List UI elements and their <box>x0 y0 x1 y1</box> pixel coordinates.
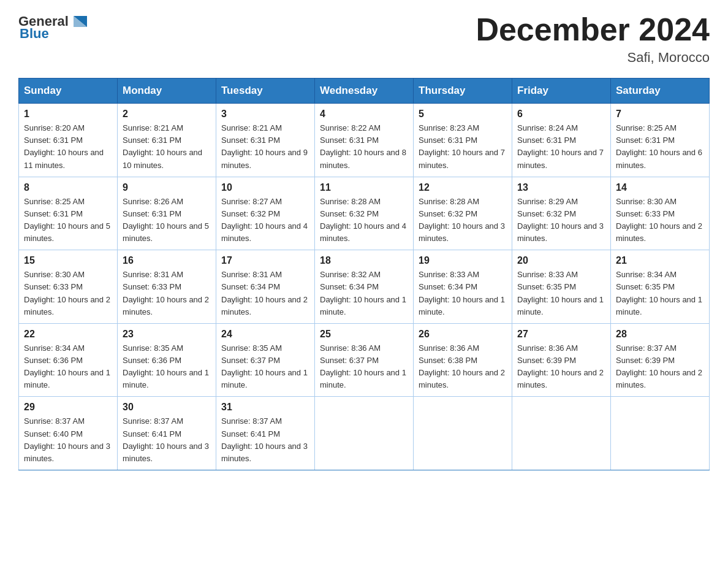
calendar-day-cell <box>611 397 710 470</box>
day-number: 4 <box>320 109 408 120</box>
day-info: Sunrise: 8:25 AMSunset: 6:31 PMDaylight:… <box>616 123 702 169</box>
day-info: Sunrise: 8:28 AMSunset: 6:32 PMDaylight:… <box>419 197 505 243</box>
day-number: 5 <box>419 109 507 120</box>
day-info: Sunrise: 8:21 AMSunset: 6:31 PMDaylight:… <box>221 123 308 169</box>
calendar-day-cell: 26 Sunrise: 8:36 AMSunset: 6:38 PMDaylig… <box>414 323 512 397</box>
calendar-week-row: 8 Sunrise: 8:25 AMSunset: 6:31 PMDayligh… <box>19 177 710 250</box>
day-info: Sunrise: 8:37 AMSunset: 6:41 PMDaylight:… <box>221 416 308 462</box>
day-info: Sunrise: 8:33 AMSunset: 6:34 PMDaylight:… <box>419 270 505 316</box>
day-info: Sunrise: 8:29 AMSunset: 6:32 PMDaylight:… <box>517 197 604 243</box>
day-number: 27 <box>517 329 605 340</box>
calendar-day-cell: 9 Sunrise: 8:26 AMSunset: 6:31 PMDayligh… <box>118 177 216 250</box>
calendar-day-cell: 14 Sunrise: 8:30 AMSunset: 6:33 PMDaylig… <box>611 177 710 250</box>
day-number: 11 <box>320 182 408 193</box>
header-tuesday: Tuesday <box>216 79 315 104</box>
day-info: Sunrise: 8:23 AMSunset: 6:31 PMDaylight:… <box>419 123 505 169</box>
day-number: 30 <box>123 402 211 413</box>
logo: General Blue <box>18 12 89 42</box>
day-number: 28 <box>616 329 704 340</box>
day-info: Sunrise: 8:36 AMSunset: 6:39 PMDaylight:… <box>517 343 604 389</box>
header-thursday: Thursday <box>414 79 512 104</box>
day-info: Sunrise: 8:34 AMSunset: 6:36 PMDaylight:… <box>24 343 110 389</box>
calendar-subtitle: Safi, Morocco <box>476 50 710 66</box>
header-sunday: Sunday <box>19 79 118 104</box>
day-number: 17 <box>221 255 309 266</box>
day-number: 12 <box>419 182 507 193</box>
calendar-day-cell: 18 Sunrise: 8:32 AMSunset: 6:34 PMDaylig… <box>315 250 414 324</box>
calendar-day-cell <box>315 397 414 470</box>
calendar-week-row: 29 Sunrise: 8:37 AMSunset: 6:40 PMDaylig… <box>19 397 710 470</box>
day-number: 20 <box>517 255 605 266</box>
day-info: Sunrise: 8:22 AMSunset: 6:31 PMDaylight:… <box>320 123 406 169</box>
day-info: Sunrise: 8:36 AMSunset: 6:38 PMDaylight:… <box>419 343 505 389</box>
day-number: 2 <box>123 109 211 120</box>
logo-triangle-icon <box>71 12 89 31</box>
day-number: 21 <box>616 255 704 266</box>
calendar-day-cell: 10 Sunrise: 8:27 AMSunset: 6:32 PMDaylig… <box>216 177 315 250</box>
day-info: Sunrise: 8:37 AMSunset: 6:40 PMDaylight:… <box>24 416 110 462</box>
day-info: Sunrise: 8:35 AMSunset: 6:37 PMDaylight:… <box>221 343 308 389</box>
calendar-day-cell: 16 Sunrise: 8:31 AMSunset: 6:33 PMDaylig… <box>118 250 216 324</box>
calendar-day-cell: 5 Sunrise: 8:23 AMSunset: 6:31 PMDayligh… <box>414 104 512 177</box>
page-header: General Blue December 2024 Safi, Morocco <box>18 12 710 66</box>
calendar-day-cell: 12 Sunrise: 8:28 AMSunset: 6:32 PMDaylig… <box>414 177 512 250</box>
calendar-day-cell: 1 Sunrise: 8:20 AMSunset: 6:31 PMDayligh… <box>19 104 118 177</box>
day-info: Sunrise: 8:30 AMSunset: 6:33 PMDaylight:… <box>24 270 110 316</box>
calendar-day-cell: 28 Sunrise: 8:37 AMSunset: 6:39 PMDaylig… <box>611 323 710 397</box>
calendar-day-cell: 2 Sunrise: 8:21 AMSunset: 6:31 PMDayligh… <box>118 104 216 177</box>
day-number: 24 <box>221 329 309 340</box>
calendar-day-cell: 17 Sunrise: 8:31 AMSunset: 6:34 PMDaylig… <box>216 250 315 324</box>
calendar-day-cell: 23 Sunrise: 8:35 AMSunset: 6:36 PMDaylig… <box>118 323 216 397</box>
calendar-day-cell <box>414 397 512 470</box>
day-number: 3 <box>221 109 309 120</box>
day-info: Sunrise: 8:21 AMSunset: 6:31 PMDaylight:… <box>123 123 202 169</box>
calendar-day-cell: 20 Sunrise: 8:33 AMSunset: 6:35 PMDaylig… <box>512 250 611 324</box>
day-number: 18 <box>320 255 408 266</box>
calendar-day-cell: 27 Sunrise: 8:36 AMSunset: 6:39 PMDaylig… <box>512 323 611 397</box>
day-number: 10 <box>221 182 309 193</box>
calendar-day-cell: 7 Sunrise: 8:25 AMSunset: 6:31 PMDayligh… <box>611 104 710 177</box>
day-info: Sunrise: 8:27 AMSunset: 6:32 PMDaylight:… <box>221 197 308 243</box>
day-number: 26 <box>419 329 507 340</box>
calendar-day-cell: 30 Sunrise: 8:37 AMSunset: 6:41 PMDaylig… <box>118 397 216 470</box>
day-info: Sunrise: 8:35 AMSunset: 6:36 PMDaylight:… <box>123 343 209 389</box>
day-info: Sunrise: 8:31 AMSunset: 6:33 PMDaylight:… <box>123 270 209 316</box>
day-number: 31 <box>221 402 309 413</box>
calendar-week-row: 1 Sunrise: 8:20 AMSunset: 6:31 PMDayligh… <box>19 104 710 177</box>
day-info: Sunrise: 8:33 AMSunset: 6:35 PMDaylight:… <box>517 270 604 316</box>
calendar-day-cell: 29 Sunrise: 8:37 AMSunset: 6:40 PMDaylig… <box>19 397 118 470</box>
day-info: Sunrise: 8:36 AMSunset: 6:37 PMDaylight:… <box>320 343 406 389</box>
day-info: Sunrise: 8:20 AMSunset: 6:31 PMDaylight:… <box>24 123 104 169</box>
day-number: 1 <box>24 109 112 120</box>
calendar-day-cell: 15 Sunrise: 8:30 AMSunset: 6:33 PMDaylig… <box>19 250 118 324</box>
calendar-day-cell: 4 Sunrise: 8:22 AMSunset: 6:31 PMDayligh… <box>315 104 414 177</box>
day-info: Sunrise: 8:37 AMSunset: 6:41 PMDaylight:… <box>123 416 209 462</box>
calendar-header-row: Sunday Monday Tuesday Wednesday Thursday… <box>19 79 710 104</box>
calendar-day-cell: 6 Sunrise: 8:24 AMSunset: 6:31 PMDayligh… <box>512 104 611 177</box>
day-number: 22 <box>24 329 112 340</box>
header-friday: Friday <box>512 79 611 104</box>
calendar-day-cell: 21 Sunrise: 8:34 AMSunset: 6:35 PMDaylig… <box>611 250 710 324</box>
day-info: Sunrise: 8:24 AMSunset: 6:31 PMDaylight:… <box>517 123 604 169</box>
day-info: Sunrise: 8:32 AMSunset: 6:34 PMDaylight:… <box>320 270 406 316</box>
header-monday: Monday <box>118 79 216 104</box>
day-info: Sunrise: 8:31 AMSunset: 6:34 PMDaylight:… <box>221 270 308 316</box>
calendar-day-cell: 19 Sunrise: 8:33 AMSunset: 6:34 PMDaylig… <box>414 250 512 324</box>
calendar-day-cell: 3 Sunrise: 8:21 AMSunset: 6:31 PMDayligh… <box>216 104 315 177</box>
calendar-table: Sunday Monday Tuesday Wednesday Thursday… <box>18 78 710 470</box>
day-info: Sunrise: 8:25 AMSunset: 6:31 PMDaylight:… <box>24 197 110 243</box>
day-number: 16 <box>123 255 211 266</box>
day-info: Sunrise: 8:34 AMSunset: 6:35 PMDaylight:… <box>616 270 702 316</box>
calendar-day-cell: 11 Sunrise: 8:28 AMSunset: 6:32 PMDaylig… <box>315 177 414 250</box>
day-number: 8 <box>24 182 112 193</box>
header-saturday: Saturday <box>611 79 710 104</box>
calendar-day-cell: 22 Sunrise: 8:34 AMSunset: 6:36 PMDaylig… <box>19 323 118 397</box>
day-info: Sunrise: 8:30 AMSunset: 6:33 PMDaylight:… <box>616 197 702 243</box>
day-info: Sunrise: 8:37 AMSunset: 6:39 PMDaylight:… <box>616 343 702 389</box>
calendar-day-cell: 25 Sunrise: 8:36 AMSunset: 6:37 PMDaylig… <box>315 323 414 397</box>
logo-blue-text: Blue <box>20 26 49 42</box>
day-number: 7 <box>616 109 704 120</box>
day-info: Sunrise: 8:26 AMSunset: 6:31 PMDaylight:… <box>123 197 209 243</box>
day-number: 14 <box>616 182 704 193</box>
calendar-title-block: December 2024 Safi, Morocco <box>476 12 710 66</box>
